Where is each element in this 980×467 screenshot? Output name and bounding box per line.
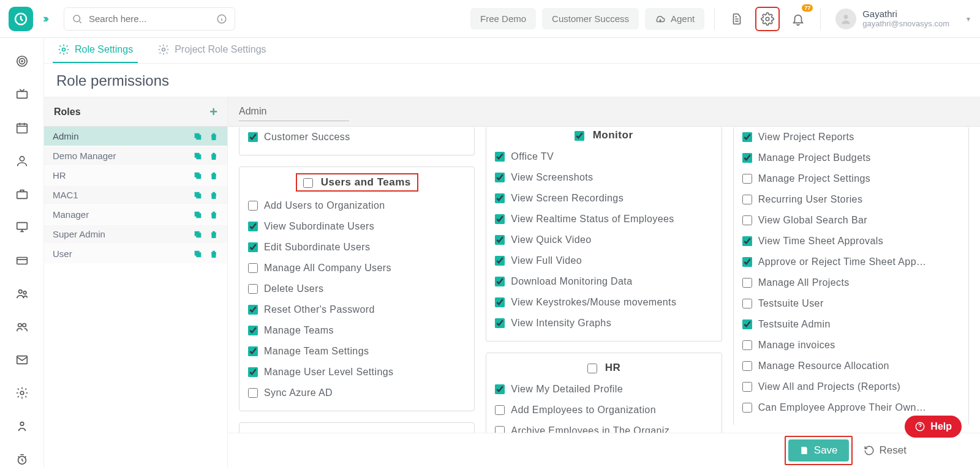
perm-item[interactable]: Add Employees to Organization <box>495 400 712 420</box>
svg-point-23 <box>162 48 165 51</box>
nav-settings-icon[interactable] <box>14 386 30 400</box>
copy-icon[interactable] <box>193 210 203 220</box>
avatar <box>835 9 856 29</box>
copy-icon[interactable] <box>193 230 203 239</box>
delete-icon[interactable] <box>209 190 219 200</box>
reset-button[interactable]: Reset <box>864 444 907 457</box>
role-row[interactable]: MAC1 <box>44 185 227 205</box>
perm-item[interactable]: Sync Azure AD <box>248 383 466 403</box>
perm-item[interactable]: Delete Users <box>248 278 466 299</box>
perm-item[interactable]: Office TV <box>495 146 712 167</box>
perm-item[interactable]: View Global Search Bar <box>742 210 960 231</box>
perm-item[interactable]: Manage Resource Allocation <box>742 356 960 376</box>
role-name-input[interactable] <box>239 102 349 121</box>
svg-point-10 <box>20 156 24 160</box>
svg-rect-12 <box>17 223 27 230</box>
copy-icon[interactable] <box>193 132 203 141</box>
role-row[interactable]: HR <box>44 166 227 185</box>
section-users-and-teams[interactable]: Users and Teams <box>296 173 418 192</box>
perm-item[interactable]: Manage invoices <box>742 335 960 356</box>
perm-item[interactable]: View Quick Video <box>495 230 712 250</box>
user-name: Gayathri <box>862 9 949 20</box>
nav-calendar-icon[interactable] <box>14 120 30 135</box>
save-button[interactable]: Save <box>788 439 849 461</box>
role-row[interactable]: Manager <box>44 205 227 225</box>
nav-people-icon[interactable] <box>14 286 30 301</box>
perm-item[interactable]: View All and Projects (Reports) <box>742 376 960 397</box>
perm-item[interactable]: Customer Success <box>248 127 466 148</box>
help-button[interactable]: Help <box>905 416 962 438</box>
perm-item[interactable]: View Screenshots <box>495 167 712 188</box>
role-row[interactable]: Demo Manager <box>44 146 227 166</box>
perm-item[interactable]: View Time Sheet Approvals <box>742 231 960 252</box>
perm-item[interactable]: Add Users to Organization <box>248 195 466 216</box>
tab-project-role-settings[interactable]: Project Role Settings <box>153 37 271 63</box>
perm-item[interactable]: Testsuite User <box>742 293 960 314</box>
section-monitor[interactable]: Monitor <box>495 127 712 146</box>
perm-item[interactable]: Manage Team Settings <box>248 341 466 362</box>
perm-item[interactable]: Can Employee Approve Their Own… <box>742 397 960 418</box>
perm-item[interactable]: View Realtime Status of Employees <box>495 209 712 230</box>
tabs: Role Settings Project Role Settings <box>44 38 980 64</box>
perm-item[interactable]: Edit Subordinate Users <box>248 237 466 258</box>
perm-item[interactable]: Manage Project Budgets <box>742 148 960 168</box>
nav-card-icon[interactable] <box>14 253 30 267</box>
sidebar-expand-icon[interactable]: ››› <box>43 12 47 25</box>
perm-item[interactable]: View Keystrokes/Mouse movements <box>495 292 712 313</box>
perm-item[interactable]: View Screen Recordings <box>495 188 712 209</box>
nav-person-icon[interactable] <box>14 154 30 168</box>
delete-icon[interactable] <box>209 171 219 181</box>
role-row[interactable]: User <box>44 244 227 264</box>
nav-tv-icon[interactable] <box>14 87 30 102</box>
copy-icon[interactable] <box>193 151 203 161</box>
perm-item[interactable]: Manage User Level Settings <box>248 362 466 383</box>
app-logo[interactable] <box>9 7 33 31</box>
perm-item[interactable]: View Subordinate Users <box>248 216 466 237</box>
perm-item[interactable]: Manage All Projects <box>742 272 960 293</box>
copy-icon[interactable] <box>193 249 203 259</box>
perm-item[interactable]: View My Detailed Profile <box>495 379 712 400</box>
customer-success-button[interactable]: Customer Success <box>542 8 639 29</box>
role-row[interactable]: Super Admin <box>44 225 227 244</box>
footer: Save Reset <box>228 433 980 467</box>
perm-item[interactable]: Manage Teams <box>248 320 466 341</box>
agent-button[interactable]: Agent <box>645 8 704 30</box>
svg-point-3 <box>766 17 769 21</box>
delete-icon[interactable] <box>209 230 219 239</box>
perm-item[interactable]: Testsuite Admin <box>742 314 960 335</box>
nav-profile-icon[interactable] <box>14 419 30 434</box>
perm-item[interactable]: Manage Project Settings <box>742 168 960 189</box>
notifications-icon[interactable]: 77 <box>786 7 810 31</box>
perm-item[interactable]: Reset Other's Password <box>248 299 466 320</box>
info-icon[interactable] <box>216 13 227 24</box>
nav-monitor-icon[interactable] <box>14 220 30 234</box>
nav-target-icon[interactable] <box>14 54 30 69</box>
perm-item[interactable]: View Full Video <box>495 250 712 271</box>
settings-icon[interactable] <box>755 7 780 31</box>
delete-icon[interactable] <box>209 132 219 141</box>
copy-icon[interactable] <box>193 190 203 200</box>
perm-item[interactable]: View Project Reports <box>742 127 960 148</box>
free-demo-button[interactable]: Free Demo <box>470 8 536 29</box>
nav-briefcase-icon[interactable] <box>14 187 30 201</box>
delete-icon[interactable] <box>209 210 219 220</box>
search-input[interactable] <box>89 13 210 24</box>
add-role-button[interactable]: + <box>209 104 217 120</box>
perm-item[interactable]: View Intensity Graphs <box>495 313 712 334</box>
user-menu[interactable]: Gayathri gayathri@snovasys.com ▾ <box>835 9 970 29</box>
section-hr[interactable]: HR <box>495 359 712 379</box>
perm-item[interactable]: Recurring User Stories <box>742 189 960 210</box>
gear-icon <box>157 43 170 56</box>
nav-clock-icon[interactable] <box>14 452 30 467</box>
nav-mail-icon[interactable] <box>14 353 30 367</box>
delete-icon[interactable] <box>209 151 219 161</box>
delete-icon[interactable] <box>209 249 219 259</box>
copy-icon[interactable] <box>193 171 203 181</box>
perm-item[interactable]: Approve or Reject Time Sheet App… <box>742 252 960 272</box>
nav-team-icon[interactable] <box>14 319 30 334</box>
document-icon[interactable] <box>725 7 749 31</box>
role-row[interactable]: Admin <box>44 127 227 146</box>
perm-item[interactable]: Manage All Company Users <box>248 258 466 278</box>
tab-role-settings[interactable]: Role Settings <box>53 37 138 63</box>
perm-item[interactable]: Download Monitoring Data <box>495 271 712 292</box>
